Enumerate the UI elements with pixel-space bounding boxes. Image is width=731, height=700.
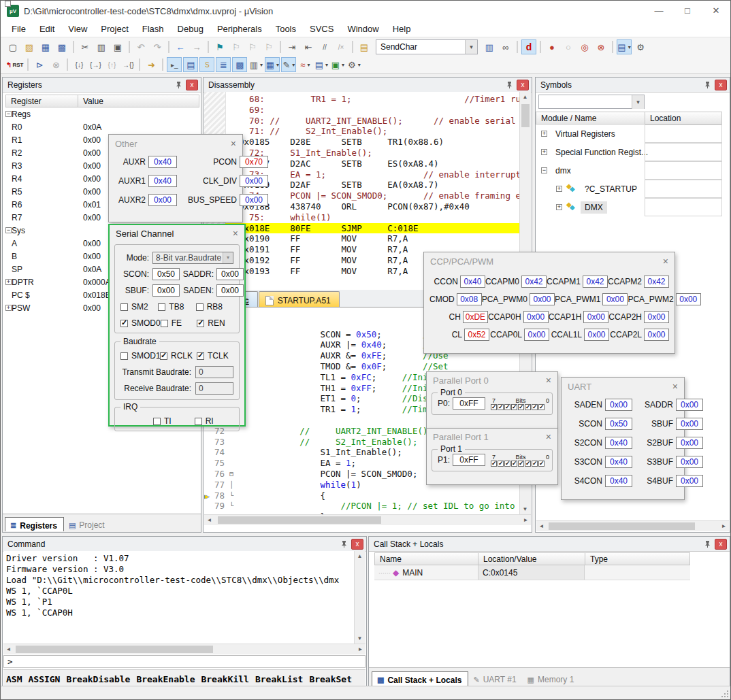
column-header-location[interactable]: Location <box>645 112 722 124</box>
chevron-down-icon[interactable]: ▾ <box>465 40 477 54</box>
register-value-field[interactable]: 0x00 <box>530 293 555 305</box>
panel-tab[interactable]: ✎ UART #1 <box>468 671 522 686</box>
separator[interactable] <box>517 41 518 53</box>
minimize-button[interactable]: — <box>645 1 673 21</box>
symbol-row[interactable]: Virtual Registers <box>536 124 730 143</box>
pin-icon[interactable] <box>702 80 712 90</box>
open-folder-icon[interactable]: ▨ <box>22 39 37 54</box>
register-value-field[interactable]: 0x00 <box>583 311 608 323</box>
checkbox[interactable] <box>153 418 161 425</box>
undo-icon[interactable]: ↶ <box>133 39 148 54</box>
fold-marker-icon[interactable]: │ <box>229 480 238 490</box>
port-bit-checkbox[interactable] <box>491 461 497 467</box>
peripherals-chip-icon[interactable]: ▣ <box>330 57 345 72</box>
symbols-horizontal-scrollbar[interactable]: ◄ ► <box>536 520 729 531</box>
checkbox-item[interactable]: RCLK <box>160 351 197 361</box>
register-value-field[interactable]: 0x00 <box>676 456 703 468</box>
scrollbar-thumb[interactable] <box>16 646 213 653</box>
register-value-field[interactable]: 0x00 <box>584 329 609 341</box>
indent-left-icon[interactable]: ⇤ <box>301 39 316 54</box>
panel-tab[interactable]: ▦ Memory 1 <box>523 671 581 686</box>
fold-marker-icon[interactable] <box>229 447 238 458</box>
register-value-field[interactable]: 0x00 <box>148 194 177 206</box>
separator[interactable] <box>129 41 130 53</box>
copy-icon[interactable]: ▥ <box>94 39 109 54</box>
command-input[interactable]: > <box>3 655 366 668</box>
checkbox[interactable] <box>195 418 202 425</box>
bookmark-prev-icon[interactable]: ⚐ <box>229 39 244 54</box>
close-icon[interactable]: x <box>715 80 727 90</box>
scroll-left-arrow[interactable]: ◄ <box>3 644 14 654</box>
scroll-right-arrow[interactable]: ► <box>719 521 729 531</box>
editor-horizontal-scrollbar[interactable]: ◄ ► <box>204 514 531 525</box>
register-value-field[interactable]: 0x00 <box>676 418 703 430</box>
port-bit-checkbox[interactable] <box>532 404 538 410</box>
separator[interactable] <box>67 59 68 71</box>
column-header-module-name[interactable]: Module / Name <box>536 112 645 124</box>
registers-window-icon[interactable]: ≣ <box>216 57 231 72</box>
resize-grip[interactable] <box>721 690 729 698</box>
close-icon[interactable]: × <box>672 381 678 392</box>
port-value-field[interactable]: 0xFF <box>453 454 485 466</box>
step-out-icon[interactable]: {↑} <box>104 57 119 72</box>
register-value-field[interactable]: 0x00 <box>676 399 703 411</box>
logic-analyzer-icon[interactable]: ≈ <box>297 57 312 72</box>
editor-tab[interactable]: STARTUP.A51 <box>259 291 340 307</box>
register-value-field[interactable]: 0x42 <box>521 276 547 288</box>
close-button[interactable]: ✕ <box>702 1 730 21</box>
port-bit-checkbox[interactable] <box>491 404 497 410</box>
column-header-register[interactable]: Register <box>5 95 78 107</box>
port-bit-checkbox[interactable] <box>504 404 510 410</box>
serial-window-icon[interactable]: ✎ <box>281 57 296 72</box>
fold-marker-icon[interactable]: └ <box>229 501 238 512</box>
register-value-field[interactable]: 0x00 <box>602 293 628 305</box>
tree-expander-icon[interactable] <box>541 131 547 137</box>
menu-item[interactable]: Debug <box>171 22 210 36</box>
pin-icon[interactable] <box>174 80 183 90</box>
port-bit-checkbox[interactable] <box>498 461 504 467</box>
command-button[interactable]: BreakDisable <box>66 674 130 684</box>
configure-wrench-icon[interactable]: ⚙ <box>633 39 648 54</box>
chevron-down-icon[interactable]: ▾ <box>632 95 644 109</box>
pin-icon[interactable] <box>702 539 712 549</box>
checkbox-item[interactable]: SMOD0 <box>120 318 161 328</box>
step-into-icon[interactable]: {↓} <box>71 57 86 72</box>
register-value-field[interactable]: 0x00 <box>605 399 632 411</box>
command-button[interactable]: BreakEnable <box>136 674 195 684</box>
register-value-field[interactable]: 0x42 <box>583 276 608 288</box>
menu-item[interactable]: Flash <box>135 22 171 36</box>
watch-window-icon[interactable]: ▥ <box>248 57 263 72</box>
step-over-icon[interactable]: {→} <box>88 57 103 72</box>
stop-icon[interactable]: ⊗ <box>48 57 63 72</box>
new-file-icon[interactable]: ▢ <box>5 39 20 54</box>
tree-expander-icon[interactable] <box>541 149 547 155</box>
breakpoint-kill-all-icon[interactable]: ⊗ <box>594 39 608 54</box>
memory-window-icon[interactable]: ▦ <box>265 57 280 72</box>
command-output[interactable]: Driver version : V1.07Firmware version :… <box>3 551 355 646</box>
symbol-row[interactable]: dmx <box>536 161 730 180</box>
checkbox-item[interactable]: REN <box>197 318 233 328</box>
checkbox[interactable] <box>161 320 168 327</box>
debug-session-icon[interactable]: d <box>521 39 536 54</box>
tree-expander-icon[interactable] <box>5 227 12 233</box>
separator[interactable] <box>208 41 209 53</box>
scrollbar-thumb[interactable] <box>218 516 381 524</box>
save-icon[interactable]: ▦ <box>38 39 53 54</box>
separator[interactable] <box>540 41 541 53</box>
register-value-field[interactable]: 0x00 <box>644 329 669 341</box>
cut-icon[interactable]: ✂ <box>78 39 93 54</box>
symbols-filter-combobox[interactable]: ▾ <box>538 95 645 109</box>
column-header-value[interactable]: Value <box>78 95 199 107</box>
dialog-title-bar[interactable]: Parallel Port 1 × <box>427 429 557 445</box>
checkbox[interactable] <box>120 303 128 311</box>
uncomment-icon[interactable]: /× <box>334 39 348 54</box>
checkbox-item[interactable]: TCLK <box>197 351 233 361</box>
register-value-field[interactable]: 0x00 <box>240 194 268 206</box>
separator[interactable] <box>280 41 281 53</box>
scroll-left-arrow[interactable]: ◄ <box>204 515 214 525</box>
close-icon[interactable]: × <box>546 375 551 386</box>
symbol-row[interactable]: DMX <box>536 198 730 216</box>
symbols-window-icon[interactable]: S <box>199 57 214 72</box>
checkbox-item[interactable]: SMOD1 <box>120 351 160 361</box>
port-bit-checkbox[interactable] <box>511 404 517 410</box>
